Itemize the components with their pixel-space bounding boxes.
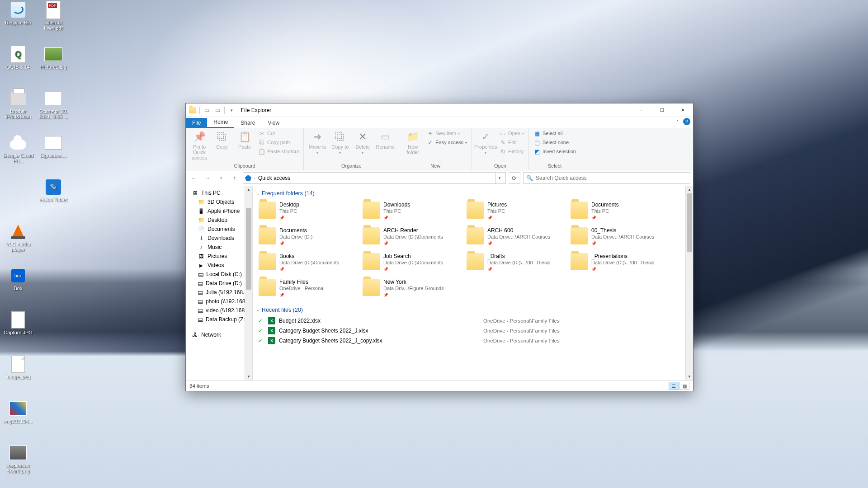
cut-button[interactable]: ✂Cut <box>256 129 301 138</box>
desktop-icon[interactable]: Picture1.jpg <box>36 44 71 78</box>
tree-node[interactable]: Julia (\\192.168.2... <box>186 288 245 297</box>
search-input[interactable] <box>536 175 687 181</box>
tree-node[interactable]: Local Disk (C:) <box>186 270 245 279</box>
address-bar[interactable]: › Quick access ▾ <box>243 172 506 184</box>
recent-file-item[interactable]: ✔XCategory Budget Sheets 2022_J.xlsxOneD… <box>256 326 685 336</box>
scroll-thumb[interactable] <box>246 208 251 290</box>
recent-file-item[interactable]: ✔XCategory Budget Sheets 2022_J_copy.xls… <box>256 336 685 346</box>
tree-node[interactable]: 3D Objects <box>186 197 245 206</box>
maximize-button[interactable]: ☐ <box>651 103 672 117</box>
thumbnails-view-button[interactable]: ▦ <box>679 382 689 390</box>
desktop-icon[interactable]: Huion Tablet <box>36 177 71 211</box>
forward-button[interactable]: → <box>202 173 213 183</box>
desktop-icon[interactable]: Google Cloud Pri... <box>1 133 35 166</box>
moveto-button[interactable]: ➜Move to▾ <box>307 129 328 158</box>
tree-node[interactable]: Network <box>186 330 245 339</box>
tree-node[interactable]: Downloads <box>186 234 245 243</box>
folder-item[interactable]: 00_ThesisData Drive...\ARCH Courses📌 <box>568 225 671 249</box>
folder-item[interactable]: DocumentsThis PC📌 <box>568 199 671 223</box>
rename-button[interactable]: ▭Rename <box>374 129 396 151</box>
desktop-icon[interactable]: Signature.... <box>36 133 71 166</box>
details-view-button[interactable]: ☰ <box>669 382 679 390</box>
tree-node[interactable]: This PC <box>186 188 245 197</box>
tree-scrollbar[interactable]: ▲ ▼ <box>245 186 252 380</box>
navigation-tree[interactable]: This PC3D ObjectsApple iPhoneDesktopDocu… <box>186 186 245 380</box>
refresh-button[interactable]: ⟳ <box>509 172 520 184</box>
desktop[interactable]: Recycle BinQQGIS 3.14Brother iPrint&Scan… <box>0 0 868 488</box>
tree-node[interactable]: Apple iPhone <box>186 206 245 216</box>
folder-item[interactable]: _DraftsData Drive (D:)\...\00_Thesis📌 <box>464 251 567 275</box>
recent-dropdown[interactable]: ▾ <box>216 173 226 183</box>
address-dropdown[interactable]: ▾ <box>495 173 504 183</box>
newitem-button[interactable]: ✦New item ▾ <box>425 129 469 138</box>
tree-node[interactable]: video (\\192.168... <box>186 306 245 315</box>
desktop-icon[interactable]: Recycle Bin <box>1 0 35 33</box>
qat-customize-icon[interactable]: ▾ <box>226 105 236 115</box>
qat-folder-icon[interactable] <box>188 105 198 115</box>
content-scrollbar[interactable]: ▲ ▼ <box>685 186 693 380</box>
tree-node[interactable]: photo (\\192.168... <box>186 297 245 306</box>
copy-button[interactable]: ⿻Copy <box>211 129 233 151</box>
copypath-button[interactable]: ⿻Copy path <box>256 138 301 147</box>
back-button[interactable]: ← <box>189 173 199 183</box>
folder-item[interactable]: New YorkData Driv...\Figure Grounds📌 <box>360 277 463 300</box>
desktop-icon[interactable]: littleroot town.pdf <box>36 0 71 33</box>
open-button[interactable]: ▭Open ▾ <box>497 129 526 138</box>
folder-item[interactable]: PicturesThis PC📌 <box>464 199 567 223</box>
invertselection-button[interactable]: ◩Invert selection <box>532 147 578 156</box>
titlebar[interactable]: ▭ ▭ ▾ File Explorer ─ ☐ ✕ <box>186 103 693 117</box>
copyto-button[interactable]: ⿻Copy to▾ <box>329 129 351 158</box>
delete-button[interactable]: ✕Delete▾ <box>352 129 373 158</box>
folder-item[interactable]: ARCH RenderData Drive (D:)\Documents📌 <box>360 225 463 249</box>
pin-quickaccess-button[interactable]: 📌Pin to Quick access <box>189 129 210 162</box>
desktop-icon[interactable]: boxBox <box>1 266 35 299</box>
scroll-up-icon[interactable]: ▲ <box>686 186 693 193</box>
desktop-icon[interactable]: Scan Apr 20, 2021, 9.05 ... <box>36 89 71 122</box>
desktop-icon[interactable]: VLC media player <box>1 221 35 255</box>
newfolder-button[interactable]: 📁New folder <box>402 129 424 157</box>
desktop-icon[interactable]: QQGIS 3.14 <box>1 44 35 78</box>
tree-node[interactable]: Pictures <box>186 252 245 261</box>
folder-item[interactable]: DesktopThis PC📌 <box>256 199 359 223</box>
tree-node[interactable]: Data Backup (Z:) <box>186 315 245 324</box>
easyaccess-button[interactable]: ✓Easy access ▾ <box>425 138 469 147</box>
tree-node[interactable]: Data Drive (D:) <box>186 279 245 288</box>
folder-item[interactable]: DownloadsThis PC📌 <box>360 199 463 223</box>
tab-share[interactable]: Share <box>234 118 261 128</box>
search-box[interactable]: 🔍 <box>523 172 690 184</box>
up-button[interactable]: ↑ <box>229 173 240 183</box>
folder-item[interactable]: BooksData Drive (D:)\Documents📌 <box>256 251 359 275</box>
tree-node[interactable]: Desktop <box>186 216 245 225</box>
desktop-icon[interactable]: Inspiration Board.png <box>1 443 35 476</box>
pasteshortcut-button[interactable]: 📋Paste shortcut <box>256 147 301 156</box>
tree-node[interactable]: Videos <box>186 261 245 270</box>
folder-item[interactable]: Family FilesOneDrive - Personal📌 <box>256 277 359 300</box>
edit-button[interactable]: ✎Edit <box>497 138 526 147</box>
selectall-button[interactable]: ▦Select all <box>532 129 578 138</box>
minimize-button[interactable]: ─ <box>631 103 651 117</box>
folder-item[interactable]: _PresentationsData Drive (D:)\...\00_The… <box>568 251 671 275</box>
tab-view[interactable]: View <box>261 118 286 128</box>
frequent-folders-header[interactable]: ⌄ Frequent folders (14) <box>256 190 685 197</box>
tab-file[interactable]: File <box>186 118 207 128</box>
tree-node[interactable]: Documents <box>186 225 245 234</box>
collapse-ribbon-icon[interactable]: ＾ <box>675 119 679 125</box>
folder-item[interactable]: Job SearchData Drive (D:)\Documents📌 <box>360 251 463 275</box>
selectnone-button[interactable]: ▢Select none <box>532 138 578 147</box>
desktop-icon[interactable]: Brother iPrint&Scan <box>1 89 35 122</box>
tree-node[interactable]: Music <box>186 243 245 252</box>
chevron-icon[interactable]: › <box>254 176 255 180</box>
qat-newfolder-icon[interactable]: ▭ <box>212 105 222 115</box>
desktop-icon[interactable]: Capture.JPG <box>1 310 35 343</box>
history-button[interactable]: ↻History <box>497 147 526 156</box>
qat-properties-icon[interactable]: ▭ <box>202 105 212 115</box>
desktop-icon[interactable]: img202104... <box>1 399 35 432</box>
scroll-down-icon[interactable]: ▼ <box>245 373 252 380</box>
help-button[interactable]: ? <box>683 118 690 125</box>
scroll-thumb[interactable] <box>687 193 692 252</box>
paste-button[interactable]: 📋Paste <box>234 129 255 151</box>
scroll-down-icon[interactable]: ▼ <box>686 373 693 380</box>
recent-files-header[interactable]: ⌄ Recent files (20) <box>256 307 685 313</box>
scroll-up-icon[interactable]: ▲ <box>245 186 252 193</box>
folder-item[interactable]: DocumentsData Drive (D:)📌 <box>256 225 359 249</box>
